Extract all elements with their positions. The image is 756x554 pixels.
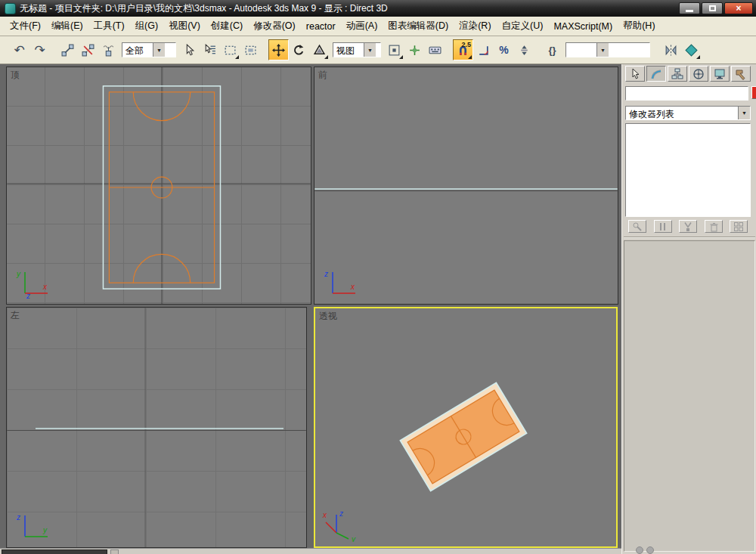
menu-help[interactable]: 帮助(H) bbox=[618, 17, 660, 36]
menu-rendering[interactable]: 渲染(R) bbox=[454, 17, 496, 36]
viewport-left[interactable]: 左 z y bbox=[6, 307, 307, 548]
snap-toggle-button[interactable]: 2.5 bbox=[453, 39, 473, 60]
select-arrow-icon bbox=[183, 44, 196, 57]
window-crossing-icon bbox=[244, 44, 257, 57]
configure-modifier-sets-button[interactable] bbox=[730, 220, 748, 233]
menu-file[interactable]: 文件(F) bbox=[5, 17, 46, 36]
menu-graph-editors[interactable]: 图表编辑器(D) bbox=[383, 17, 454, 36]
menubar: 文件(F) 编辑(E) 工具(T) 组(G) 视图(V) 创建(C) 修改器(O… bbox=[0, 17, 756, 36]
select-and-link-button[interactable] bbox=[57, 39, 78, 60]
svg-text:x: x bbox=[42, 283, 48, 291]
selection-filter-dropdown[interactable]: 全部 ▼ bbox=[122, 42, 176, 57]
tab-create[interactable] bbox=[625, 66, 645, 82]
viewport-left-label[interactable]: 左 bbox=[11, 309, 20, 322]
remove-modifier-button[interactable] bbox=[705, 220, 723, 233]
minimize-icon bbox=[686, 10, 693, 12]
axis-tripod: z y bbox=[13, 508, 58, 543]
spacewarp-icon bbox=[102, 44, 115, 57]
viewport-perspective[interactable]: 透视 x z y bbox=[314, 307, 618, 548]
menu-views[interactable]: 视图(V) bbox=[163, 17, 206, 36]
select-and-rotate-button[interactable] bbox=[289, 39, 309, 60]
window-crossing-button[interactable] bbox=[240, 39, 261, 60]
tab-modify[interactable] bbox=[646, 66, 666, 82]
object-name-input[interactable] bbox=[625, 86, 748, 101]
app-icon[interactable] bbox=[5, 3, 16, 14]
menu-modifiers[interactable]: 修改器(O) bbox=[248, 17, 301, 36]
chevron-down-icon[interactable]: ▼ bbox=[738, 107, 750, 119]
unlink-selection-button[interactable] bbox=[78, 39, 98, 60]
snap-mode-label: 2.5 bbox=[461, 41, 471, 48]
bind-to-spacewarp-button[interactable] bbox=[98, 39, 119, 60]
menu-tools[interactable]: 工具(T) bbox=[88, 17, 130, 36]
maxscript-mini-listener[interactable] bbox=[2, 549, 107, 554]
menu-customize[interactable]: 自定义(U) bbox=[497, 17, 549, 36]
make-unique-icon bbox=[683, 221, 693, 232]
menu-create[interactable]: 创建(C) bbox=[206, 17, 248, 36]
object-color-swatch[interactable] bbox=[751, 86, 756, 99]
3dsmax-window: 无标题 - 项目文件夹: D:\用户目录\我的文档\3dsmax - Autod… bbox=[0, 0, 756, 554]
align-button[interactable] bbox=[681, 39, 702, 60]
angle-snap-button[interactable] bbox=[473, 39, 494, 60]
time-slider-arrow-button[interactable] bbox=[110, 549, 119, 554]
minimize-button[interactable] bbox=[679, 2, 700, 14]
viewport-top[interactable]: 顶 y x z bbox=[6, 67, 311, 305]
menu-animation[interactable]: 动画(A) bbox=[341, 17, 383, 36]
mirror-button[interactable] bbox=[661, 39, 681, 60]
menu-edit[interactable]: 编辑(E) bbox=[46, 17, 88, 36]
tab-motion[interactable] bbox=[689, 66, 708, 82]
menu-maxscript[interactable]: MAXScript(M) bbox=[548, 18, 618, 35]
redo-button[interactable]: ↷ bbox=[29, 39, 50, 60]
tab-utilities[interactable] bbox=[731, 66, 751, 82]
tab-display[interactable] bbox=[710, 66, 730, 82]
dot-icon bbox=[646, 546, 654, 554]
select-and-scale-button[interactable] bbox=[309, 39, 330, 60]
percent-snap-icon: % bbox=[499, 45, 508, 55]
show-end-result-button[interactable] bbox=[654, 220, 672, 233]
undo-button[interactable]: ↶ bbox=[9, 39, 29, 60]
close-button[interactable]: × bbox=[724, 2, 753, 14]
maximize-button[interactable] bbox=[702, 2, 723, 14]
hierarchy-tab-icon bbox=[671, 68, 683, 80]
menu-group[interactable]: 组(G) bbox=[130, 17, 164, 36]
svg-text:y: y bbox=[351, 535, 356, 542]
keyboard-override-button[interactable] bbox=[425, 39, 445, 60]
keyboard-icon bbox=[429, 44, 442, 57]
chevron-down-icon[interactable]: ▼ bbox=[364, 43, 376, 57]
panel-divider bbox=[624, 237, 755, 238]
coordinate-system-value: 视图 bbox=[333, 43, 364, 57]
panel-scroll-dots bbox=[636, 546, 654, 554]
svg-text:z: z bbox=[26, 292, 30, 299]
make-unique-button[interactable] bbox=[679, 220, 697, 233]
modifier-stack-list[interactable] bbox=[625, 123, 751, 217]
viewport-front-label[interactable]: 前 bbox=[318, 69, 327, 82]
modifier-list-dropdown[interactable]: 修改器列表 ▼ bbox=[625, 106, 751, 120]
dot-icon bbox=[636, 546, 643, 554]
viewport-top-label[interactable]: 顶 bbox=[11, 69, 20, 82]
pin-stack-button[interactable] bbox=[628, 220, 646, 233]
spinner-snap-button[interactable] bbox=[514, 39, 534, 60]
percent-snap-button[interactable]: % bbox=[494, 39, 514, 60]
pivot-center-icon bbox=[388, 44, 401, 57]
named-selection-sets-button[interactable]: {} bbox=[542, 39, 562, 60]
select-and-manipulate-button[interactable] bbox=[404, 39, 425, 60]
select-object-button[interactable] bbox=[179, 39, 200, 60]
axis-tripod: z x bbox=[321, 265, 366, 299]
select-and-move-button[interactable] bbox=[268, 39, 289, 60]
named-selection-dropdown[interactable]: ▼ bbox=[565, 42, 650, 57]
undo-icon: ↶ bbox=[14, 44, 24, 57]
angle-snap-icon bbox=[477, 44, 490, 57]
use-pivot-center-button[interactable] bbox=[384, 39, 404, 60]
tab-hierarchy[interactable] bbox=[668, 66, 687, 82]
viewport-front[interactable]: 前 z x bbox=[314, 67, 618, 305]
reference-coordinate-dropdown[interactable]: 视图 ▼ bbox=[333, 42, 381, 57]
select-by-name-button[interactable] bbox=[200, 39, 220, 60]
svg-text:z: z bbox=[16, 513, 20, 522]
chevron-down-icon[interactable]: ▼ bbox=[596, 43, 609, 57]
svg-text:z: z bbox=[339, 509, 343, 518]
chevron-down-icon[interactable]: ▼ bbox=[153, 43, 165, 57]
titlebar: 无标题 - 项目文件夹: D:\用户目录\我的文档\3dsmax - Autod… bbox=[0, 0, 756, 17]
viewport-perspective-label[interactable]: 透视 bbox=[319, 310, 337, 323]
selection-region-button[interactable] bbox=[220, 39, 240, 60]
menu-reactor[interactable]: reactor bbox=[301, 18, 341, 35]
configure-sets-icon bbox=[733, 221, 744, 232]
